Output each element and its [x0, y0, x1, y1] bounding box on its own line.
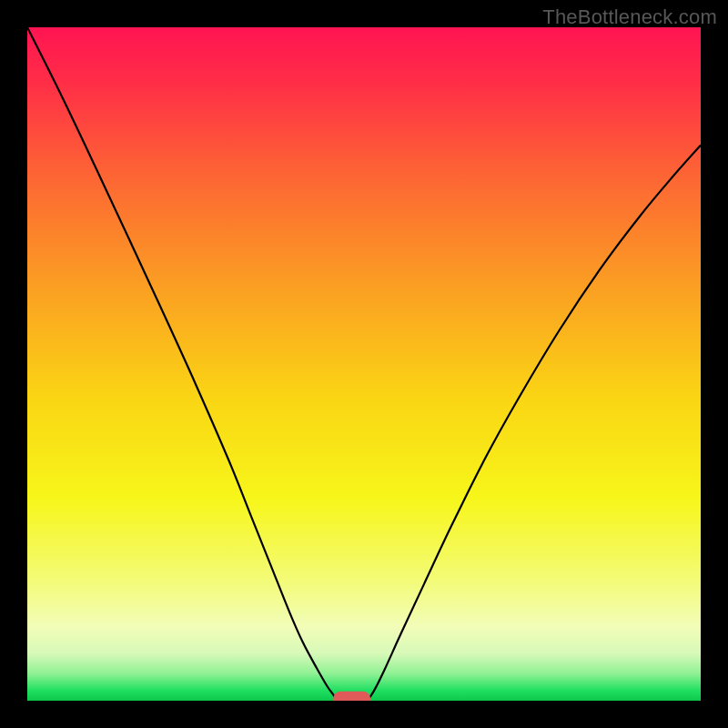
watermark-label: TheBottleneck.com [542, 5, 717, 29]
plot-area [27, 27, 701, 701]
chart-frame: TheBottleneck.com [0, 0, 728, 728]
chart-svg [27, 27, 701, 701]
minimum-marker [333, 692, 370, 701]
gradient-background [27, 27, 701, 701]
